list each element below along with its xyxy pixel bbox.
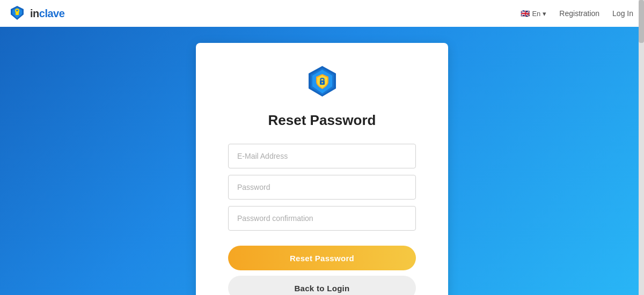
shield-container (305, 64, 340, 101)
shield-icon (305, 64, 340, 99)
logo: inclave (9, 5, 64, 22)
reset-password-button[interactable]: Reset Password (228, 246, 416, 270)
email-form-group (228, 144, 416, 168)
main-background: Reset Password Reset Password Back to Lo… (0, 27, 644, 295)
flag-icon: 🇬🇧 (521, 9, 530, 18)
login-link[interactable]: Log In (612, 9, 633, 18)
password-input[interactable] (228, 175, 416, 200)
svg-point-8 (321, 82, 323, 84)
password-form-group (228, 175, 416, 200)
lang-label: En (532, 10, 540, 18)
registration-link[interactable]: Registration (559, 9, 599, 18)
back-to-login-button[interactable]: Back to Login (228, 276, 416, 295)
email-input[interactable] (228, 144, 416, 168)
logo-text-brand: clave (39, 8, 65, 19)
reset-password-card: Reset Password Reset Password Back to Lo… (196, 43, 448, 295)
card-title: Reset Password (268, 112, 376, 129)
lang-selector[interactable]: 🇬🇧 En ▾ (521, 9, 546, 18)
password-confirm-form-group (228, 206, 416, 231)
header: inclave 🇬🇧 En ▾ Registration Log In (0, 0, 644, 27)
logo-text: inclave (30, 8, 64, 20)
scrollbar-thumb[interactable] (639, 0, 644, 43)
header-nav: 🇬🇧 En ▾ Registration Log In (521, 9, 633, 18)
scrollbar[interactable] (639, 0, 644, 295)
logo-text-plain: in (30, 8, 39, 19)
lang-dropdown-icon: ▾ (543, 10, 546, 18)
logo-icon (9, 5, 26, 22)
password-confirm-input[interactable] (228, 206, 416, 231)
